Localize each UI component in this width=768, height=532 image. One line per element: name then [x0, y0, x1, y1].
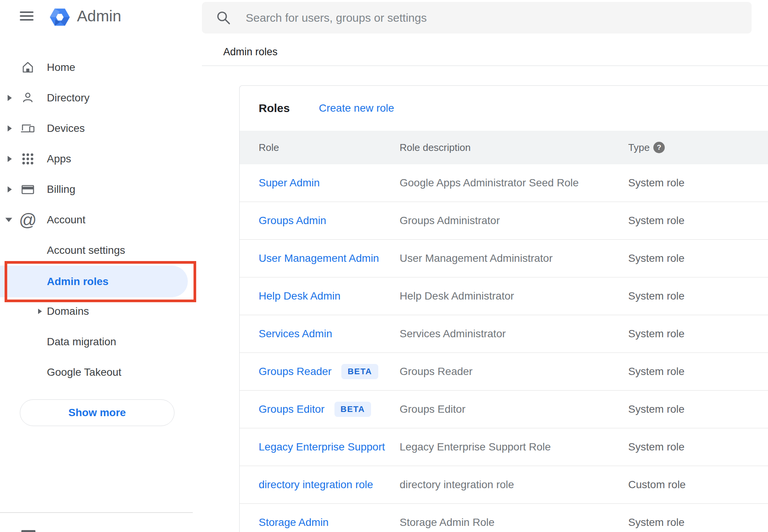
table-row: User Management Admin User Management Ad… — [240, 239, 768, 277]
table-row: directory integration role directory int… — [240, 466, 768, 503]
expand-arrow-icon[interactable] — [8, 125, 12, 131]
table-row: Legacy Enterprise Support Legacy Enterpr… — [240, 428, 768, 466]
sidebar-item-domains[interactable]: Domains — [0, 296, 193, 327]
table-row: Super Admin Google Apps Administrator Se… — [240, 164, 768, 202]
search-icon — [216, 10, 231, 26]
credit-card-icon — [21, 182, 35, 197]
beta-badge: BETA — [341, 364, 378, 379]
collapse-arrow-icon[interactable] — [5, 218, 12, 222]
admin-console-page: { "app": { "name": "Admin" }, "topbar": … — [0, 0, 768, 532]
column-header-type: Type — [628, 131, 650, 164]
table-row: Groups Editor BETA Groups Editor System … — [240, 390, 768, 428]
home-icon — [21, 60, 35, 75]
sidebar-item-admin-roles[interactable]: Admin roles — [0, 266, 193, 297]
table-header-row: Role Role description Type ? — [240, 131, 768, 164]
role-type: System role — [628, 277, 685, 315]
show-more-button[interactable]: Show more — [20, 399, 174, 426]
role-description: Groups Reader — [400, 353, 472, 390]
sidebar-item-label: Data migration — [47, 327, 116, 357]
sidebar-item-account-settings[interactable]: Account settings — [0, 235, 193, 266]
role-description: directory integration role — [400, 466, 514, 503]
sidebar-item-label: Apps — [47, 144, 71, 174]
breadcrumb: Admin roles — [223, 46, 278, 58]
column-header-role-description: Role description — [400, 131, 470, 164]
role-link[interactable]: Groups Admin — [259, 215, 326, 227]
role-type: System role — [628, 315, 685, 353]
sidebar-item-label: Home — [47, 52, 75, 83]
create-new-role-link[interactable]: Create new role — [319, 86, 394, 131]
sidebar-item-apps[interactable]: Apps — [0, 144, 193, 174]
role-type: System role — [628, 164, 685, 202]
role-type: System role — [628, 391, 685, 428]
table-row: Groups Reader BETA Groups Reader System … — [240, 353, 768, 390]
role-type: System role — [628, 428, 685, 466]
sidebar-item-label: Admin roles — [47, 266, 109, 297]
expand-arrow-icon[interactable] — [8, 95, 12, 101]
sidebar-item-label: Domains — [47, 296, 89, 327]
sidebar-item-label: Account settings — [47, 235, 125, 266]
sidebar-item-billing[interactable]: Billing — [0, 174, 193, 205]
search-placeholder: Search for users, groups or settings — [246, 2, 427, 34]
breadcrumb-divider — [202, 66, 768, 66]
table-row: Help Desk Admin Help Desk Administrator … — [240, 277, 768, 315]
role-type: System role — [628, 202, 685, 239]
sidebar-item-directory[interactable]: Directory — [0, 83, 193, 113]
expand-arrow-icon[interactable] — [8, 186, 12, 192]
roles-card-header: Roles Create new role — [240, 86, 768, 131]
table-row: Groups Admin Groups Administrator System… — [240, 202, 768, 239]
roles-table-body: Super Admin Google Apps Administrator Se… — [240, 164, 768, 532]
role-description: Google Apps Administrator Seed Role — [400, 164, 579, 202]
role-description: Legacy Enterprise Support Role — [400, 428, 551, 466]
sidebar: Admin Home Directory — [0, 0, 193, 532]
role-type: System role — [628, 240, 685, 277]
column-header-role: Role — [259, 131, 279, 164]
role-link[interactable]: Super Admin — [259, 177, 320, 189]
expand-arrow-icon[interactable] — [38, 309, 42, 314]
role-type: System role — [628, 504, 685, 532]
sidebar-item-account[interactable]: @ Account — [0, 205, 193, 235]
sidebar-item-label: Directory — [47, 83, 90, 113]
role-link[interactable]: Groups Editor — [259, 403, 325, 415]
role-description: Groups Administrator — [400, 202, 500, 239]
role-description: User Management Administrator — [400, 240, 553, 277]
sidebar-item-label: Devices — [47, 113, 85, 144]
role-link[interactable]: directory integration role — [259, 479, 373, 491]
role-description: Storage Admin Role — [400, 504, 494, 532]
roles-card: Roles Create new role Role Role descript… — [239, 85, 768, 532]
beta-badge: BETA — [334, 402, 371, 417]
sidebar-item-google-takeout[interactable]: Google Takeout — [0, 357, 193, 388]
sidebar-item-devices[interactable]: Devices — [0, 113, 193, 144]
sidebar-item-label: Google Takeout — [47, 357, 122, 388]
role-link[interactable]: Help Desk Admin — [259, 290, 341, 302]
role-link[interactable]: Legacy Enterprise Support — [259, 441, 385, 453]
sidebar-divider — [0, 512, 193, 513]
table-row: Storage Admin Storage Admin Role System … — [240, 503, 768, 532]
role-type: System role — [628, 353, 685, 390]
app-title: Admin — [77, 5, 121, 27]
role-type: Custom role — [628, 466, 686, 503]
role-link[interactable]: Storage Admin — [259, 516, 329, 529]
person-icon — [21, 91, 35, 105]
role-link[interactable]: Groups Reader — [259, 365, 331, 378]
role-description: Help Desk Administrator — [400, 277, 514, 315]
sidebar-item-label: Account — [47, 205, 85, 235]
at-sign-icon: @ — [21, 213, 35, 227]
sidebar-item-data-migration[interactable]: Data migration — [0, 327, 193, 357]
role-description: Services Administrator — [400, 315, 506, 353]
devices-icon — [21, 121, 35, 136]
apps-grid-icon — [21, 152, 35, 166]
role-link[interactable]: Services Admin — [259, 328, 332, 340]
search-bar[interactable]: Search for users, groups or settings — [202, 2, 752, 34]
hamburger-menu-icon[interactable] — [20, 11, 34, 21]
sidebar-item-label: Billing — [47, 174, 75, 205]
help-icon[interactable]: ? — [653, 142, 665, 153]
admin-logo-icon — [48, 6, 71, 28]
clipped-icon — [21, 530, 35, 532]
expand-arrow-icon[interactable] — [8, 156, 12, 162]
sidebar-item-home[interactable]: Home — [0, 52, 193, 83]
role-link[interactable]: User Management Admin — [259, 252, 379, 264]
table-row: Services Admin Services Administrator Sy… — [240, 315, 768, 353]
card-title: Roles — [259, 86, 290, 131]
role-description: Groups Editor — [400, 391, 466, 428]
